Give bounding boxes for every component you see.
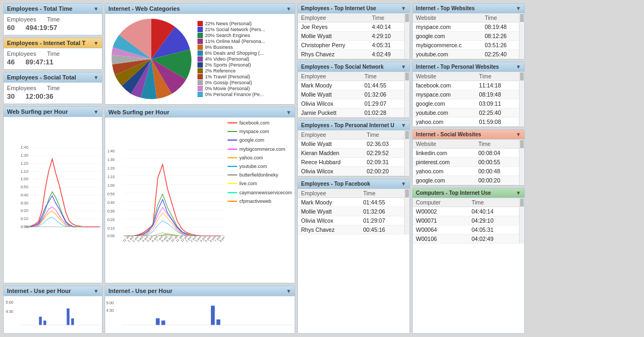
chart-legend-line [228,122,237,123]
top-personal-internet-header[interactable]: Employees - Top Personal Internet U ▼ [298,121,409,130]
employees-internet-header[interactable]: Employees - Internet Total T ▼ [4,38,102,48]
emp-inet-col2: Time [47,50,60,57]
internet-use-header[interactable]: Internet - Use per Hour ▼ [4,286,102,296]
svg-text:0:20: 0:20 [20,208,28,213]
table-cell: 00:08:04 [475,149,519,158]
top-facebook-scrollbar[interactable] [404,189,409,235]
legend-item: 2% Reference [197,68,265,74]
table-cell: Mollie Wyatt [298,207,360,216]
social-websites-scrollbar[interactable] [519,140,524,185]
table-row: youtube.com02:25:40 [413,108,519,118]
svg-text:1:30: 1:30 [107,158,115,162]
top-personal-websites-dropdown[interactable]: ▼ [516,64,521,70]
emp-total-val2: 494:19:57 [25,24,57,32]
table-row: W0000204:40:14 [413,207,519,216]
svg-text:0:40: 0:40 [107,201,115,204]
social-websites-header[interactable]: Internet - Social Websites ▼ [413,130,524,140]
top-websites-dropdown[interactable]: ▼ [516,5,521,11]
internet-use-main-header[interactable]: Internet - Use per Hour ▼ [105,286,295,296]
svg-text:5:00: 5:00 [6,300,13,305]
top-websites-header[interactable]: Internet - Top Websites ▼ [413,4,524,13]
table-cell: linkedin.com [413,149,475,158]
top-personal-internet-scrollbar[interactable] [404,130,409,176]
web-surfing-header[interactable]: Web Surfing per Hour ▼ [4,107,102,117]
top-internet-dropdown[interactable]: ▼ [401,5,406,11]
top-personal-internet-table: EmployeeTime Mollie Wyatt02:36:03Kieran … [298,130,404,176]
top-facebook-title: Employees - Top Facebook [301,181,370,187]
table-cell: Kieran Madden [298,149,363,158]
computers-top-dropdown[interactable]: ▼ [516,190,521,196]
top-websites-title: Internet - Top Websites [416,5,475,11]
top-facebook-header[interactable]: Employees - Top Facebook ▼ [298,179,409,189]
table-row: Mollie Wyatt01:32:06 [298,90,404,99]
svg-text:1:10: 1:10 [20,169,28,174]
top-websites-scrollbar[interactable] [519,13,524,59]
svg-text:0:10: 0:10 [107,226,115,230]
legend-item: 1% Travel (Personal) [197,74,265,79]
chart-legend-label: myspace.com [239,127,269,136]
chart-legend-line [228,157,237,158]
chart-legend-item: caymannewsservicecom [228,188,292,197]
employees-internet-panel: Employees - Internet Total T ▼ Employees… [3,38,103,70]
employees-total-header[interactable]: Employees - Total Time ▼ [4,4,102,14]
top-facebook-panel: Employees - Top Facebook ▼ EmployeeTime … [297,179,410,334]
computers-top-scrollbar[interactable] [519,198,524,244]
web-surfing-main-header[interactable]: Web Surfing per Hour ▼ [105,107,295,118]
top-personal-websites-title: Internet - Top Personal Websites [416,64,499,70]
web-surfing-dropdown[interactable]: ▼ [93,109,99,115]
chart-legend-item: live.com [228,179,292,188]
table-cell: 03:51:26 [481,41,519,50]
table-cell: 00:00:48 [475,167,519,176]
top-facebook-dropdown[interactable]: ▼ [401,181,406,187]
table-row: yahoo.com01:59:08 [413,118,519,127]
table-cell: 11:14:18 [476,81,519,90]
web-surfing-main-dropdown[interactable]: ▼ [286,109,291,115]
top-internet-header[interactable]: Employees - Top Internet Use ▼ [298,4,409,13]
table-cell: Mollie Wyatt [298,140,363,149]
legend-item: 2% Sports (Personal) [197,62,265,68]
legend-color-box [197,80,203,85]
top-social-dropdown[interactable]: ▼ [401,64,406,70]
pie-chart [108,16,194,102]
table-cell: 02:25:40 [481,50,519,59]
top-personal-websites-header[interactable]: Internet - Top Personal Websites ▼ [413,62,524,72]
web-categories-dropdown[interactable]: ▼ [286,6,291,12]
chart-legend-label: facebook.com [239,119,269,127]
employees-internet-dropdown[interactable]: ▼ [93,40,99,46]
table-cell: pinterest.com [413,158,475,167]
top-websites-panel: Internet - Top Websites ▼ WebsiteTime my… [412,3,525,60]
table-cell: Rhys Chavez [298,50,369,59]
web-surfing-title: Web Surfing per Hour [7,108,68,115]
top-social-scrollbar[interactable] [404,72,409,118]
top-personal-websites-scrollbar[interactable] [519,72,524,127]
employees-social-header[interactable]: Employees - Social Total ▼ [4,72,102,83]
table-cell: 00:00:55 [475,158,519,167]
social-websites-dropdown[interactable]: ▼ [516,131,521,137]
employees-total-dropdown[interactable]: ▼ [93,6,99,12]
svg-rect-77 [156,318,159,325]
legend-color-box [197,21,203,26]
top-internet-table: EmployeeTime Joe Reyes4:40:14Mollie Wyat… [298,13,404,59]
emp-inet-col1: Employees [7,50,36,57]
top-websites-table: WebsiteTime myspace.com08:19:48google.co… [413,13,519,59]
top-internet-col2: Time [369,13,404,23]
internet-use-main-dropdown[interactable]: ▼ [286,288,291,294]
top-personal-internet-dropdown[interactable]: ▼ [401,122,406,128]
table-cell: Mollie Wyatt [298,32,369,41]
table-cell: 08:12:26 [481,32,519,41]
legend-label: 2% Sports (Personal) [205,62,251,68]
internet-use-dropdown[interactable]: ▼ [93,288,99,294]
table-row: Jamie Puckett01:02:28 [298,108,404,118]
table-cell: W00002 [413,207,469,216]
legend-color-box [197,50,203,56]
table-cell: Olivia Wilcox [298,167,363,176]
web-surfing-panel: Web Surfing per Hour ▼ 1:40 1:30 1:20 1:… [3,106,103,283]
computers-top-header[interactable]: Computers - Top Internet Use ▼ [413,188,524,198]
table-row: Mollie Wyatt02:36:03 [298,140,404,149]
web-categories-header[interactable]: Internet - Web Categories ▼ [105,4,295,14]
employees-social-dropdown[interactable]: ▼ [93,75,99,80]
top-internet-col1: Employee [298,13,369,23]
internet-use-main-panel: Internet - Use per Hour ▼ 5:00 4:30 [105,285,295,334]
top-social-header[interactable]: Employees - Top Social Network ▼ [298,62,409,72]
top-internet-scrollbar[interactable] [404,13,409,59]
